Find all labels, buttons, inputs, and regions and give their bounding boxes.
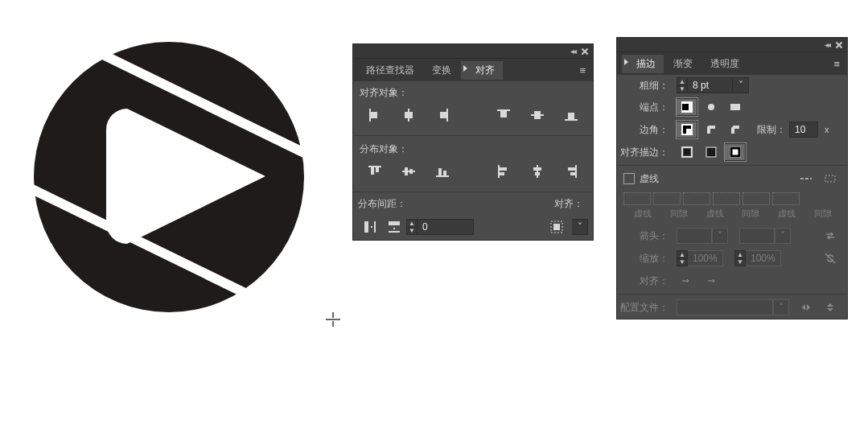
dist-vcenter-button[interactable] [392, 161, 426, 182]
limit-input[interactable]: 10 [789, 122, 818, 138]
align-to-chevron[interactable]: ˅ [572, 219, 588, 235]
limit-unit: x [821, 125, 829, 134]
tab-align[interactable]: 对齐 [461, 61, 503, 80]
dist-bottom-button[interactable] [426, 161, 459, 182]
svg-rect-21 [409, 169, 413, 174]
align-inside-button[interactable] [701, 143, 722, 161]
weight-dropdown[interactable]: ˅ [733, 77, 749, 93]
svg-rect-27 [500, 172, 504, 175]
panel-header[interactable]: ◂◂ [353, 44, 593, 59]
scale-stepper-1[interactable]: ▲▼ [677, 250, 688, 266]
dash-input-1[interactable] [623, 192, 651, 205]
svg-rect-26 [500, 167, 507, 171]
svg-rect-33 [570, 172, 575, 175]
swap-arrows-icon[interactable] [820, 227, 841, 245]
join-round-button[interactable] [701, 121, 722, 138]
arrow-align-tip-button[interactable] [701, 272, 722, 290]
tab-pathfinder[interactable]: 路径查找器 [358, 61, 422, 80]
flip-along-icon[interactable] [796, 299, 817, 316]
panel-header[interactable]: ◂◂ [617, 38, 847, 52]
scale-input-2[interactable]: 100% [746, 250, 781, 266]
dash-mode-b-icon[interactable] [820, 170, 841, 188]
cap-round-button[interactable] [701, 98, 722, 116]
svg-rect-31 [575, 165, 577, 178]
svg-rect-13 [534, 111, 541, 119]
weight-stepper[interactable]: ▲▼ [677, 77, 688, 93]
link-scale-icon[interactable] [820, 249, 841, 267]
align-center-button[interactable] [677, 143, 697, 161]
dashed-checkbox[interactable] [623, 173, 635, 184]
dist-hcenter-button[interactable] [520, 161, 554, 182]
tab-transparency[interactable]: 透明度 [702, 55, 747, 73]
dist-left-button[interactable] [487, 161, 520, 182]
dash-mode-a-icon[interactable] [796, 170, 817, 188]
join-bevel-button[interactable] [725, 121, 746, 138]
tab-gradient[interactable]: 渐变 [665, 55, 701, 73]
svg-rect-55 [810, 178, 812, 179]
svg-rect-8 [446, 109, 448, 122]
dist-v-spacing-button[interactable] [358, 217, 382, 237]
svg-rect-18 [376, 167, 379, 172]
svg-rect-45 [730, 104, 740, 110]
label-arrow: 箭头： [617, 229, 673, 243]
arrow-align-path-button[interactable] [677, 272, 697, 290]
label-dash-align: 对齐： [617, 274, 673, 288]
dash-align-row: 对齐： [617, 270, 847, 292]
svg-rect-35 [371, 226, 372, 228]
dash-labels-row: 虚线 间隙 虚线 间隙 虚线 间隙 [617, 208, 847, 225]
cap-project-button[interactable] [725, 98, 746, 116]
gap-input-1[interactable] [653, 192, 681, 205]
svg-rect-39 [389, 231, 400, 233]
gap-input-3[interactable] [772, 192, 800, 205]
collapse-icon[interactable]: ◂◂ [570, 47, 575, 56]
svg-rect-14 [565, 119, 578, 121]
dash-input-2[interactable] [683, 192, 710, 205]
dist-right-button[interactable] [554, 161, 588, 182]
svg-rect-20 [405, 167, 408, 175]
flip-across-icon[interactable] [820, 299, 841, 316]
svg-rect-10 [497, 109, 510, 111]
dist-top-button[interactable] [358, 161, 392, 182]
spacing-input[interactable]: 0 [418, 219, 474, 235]
align-hcenter-button[interactable] [392, 105, 426, 126]
align-left-button[interactable] [358, 105, 392, 126]
align-vcenter-button[interactable] [520, 105, 554, 126]
align-to-dropdown[interactable]: ˅ [545, 217, 588, 237]
gap-input-2[interactable] [713, 192, 740, 205]
svg-rect-19 [402, 171, 415, 172]
spacing-stepper[interactable]: ▲▼ [406, 219, 418, 235]
collapse-icon[interactable]: ◂◂ [825, 40, 829, 49]
arrow-start-dropdown[interactable]: ˅ [677, 228, 728, 244]
close-icon[interactable] [834, 40, 844, 50]
label-limit: 限制： [757, 123, 786, 137]
svg-rect-15 [568, 113, 574, 119]
scale-input-1[interactable]: 100% [688, 250, 723, 266]
weight-input[interactable]: 8 pt [688, 77, 733, 93]
label-cap: 端点： [617, 101, 673, 114]
scale-stepper-2[interactable]: ▲▼ [734, 250, 746, 266]
align-bottom-button[interactable] [554, 105, 588, 126]
panel-menu-icon[interactable]: ≡ [573, 60, 593, 81]
profile-dropdown[interactable]: ˅ [677, 299, 789, 315]
align-to-icon[interactable] [545, 217, 569, 237]
tab-stroke[interactable]: 描边 [622, 55, 664, 73]
align-outside-button[interactable] [725, 143, 746, 161]
svg-rect-28 [537, 165, 538, 178]
arrow-end-dropdown[interactable]: ˅ [739, 228, 791, 244]
dash-input-3[interactable] [743, 192, 770, 205]
svg-rect-50 [707, 148, 715, 156]
svg-rect-29 [533, 167, 541, 171]
svg-rect-44 [708, 104, 714, 110]
align-top-button[interactable] [487, 105, 520, 126]
distribute-spacing-row: 分布间距： 对齐： [353, 194, 593, 214]
align-stroke-row: 对齐描边： [617, 141, 847, 163]
close-icon[interactable] [580, 47, 590, 56]
cap-butt-button[interactable] [677, 98, 697, 116]
svg-rect-34 [364, 221, 368, 233]
dist-h-spacing-button[interactable] [382, 217, 406, 237]
panel-menu-icon[interactable]: ≡ [827, 53, 847, 75]
align-right-button[interactable] [426, 105, 459, 126]
svg-rect-22 [436, 175, 449, 177]
tab-transform[interactable]: 变换 [424, 61, 459, 80]
join-miter-button[interactable] [677, 121, 697, 138]
